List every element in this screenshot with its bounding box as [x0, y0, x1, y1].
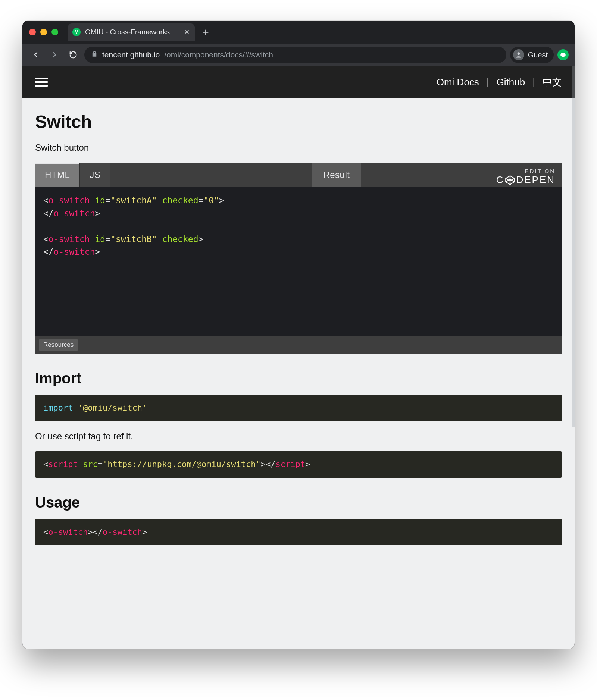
- browser-window: M OMIU - Cross-Frameworks UI F ✕ ＋ tence…: [22, 21, 575, 649]
- app-header: Omi Docs | Github | 中文: [22, 66, 575, 98]
- reload-button[interactable]: [66, 47, 81, 62]
- tab-favicon-icon: M: [72, 28, 81, 36]
- header-links: Omi Docs | Github | 中文: [437, 76, 562, 89]
- profile-chip[interactable]: Guest: [510, 47, 554, 63]
- codepen-edit-on-label: EDIT ON: [525, 168, 555, 174]
- codepen-logo[interactable]: C DEPEN: [496, 174, 555, 186]
- address-bar[interactable]: tencent.github.io/omi/components/docs/#/…: [84, 47, 506, 63]
- lock-icon: [91, 50, 98, 59]
- close-window-button[interactable]: [29, 29, 36, 35]
- section-import-heading: Import: [35, 370, 562, 387]
- codepen-embed: HTML JS Result EDIT ON C DEPEN: [35, 163, 562, 354]
- separator-icon: |: [487, 76, 489, 88]
- forward-button[interactable]: [47, 47, 62, 62]
- profile-label: Guest: [528, 51, 548, 59]
- header-link-omi-docs[interactable]: Omi Docs: [437, 76, 479, 88]
- header-link-chinese[interactable]: 中文: [543, 76, 562, 89]
- svg-marker-1: [560, 52, 565, 57]
- doc-content: Switch Switch button HTML JS Result EDIT…: [22, 98, 575, 560]
- browser-tab[interactable]: M OMIU - Cross-Frameworks UI F ✕: [68, 23, 195, 41]
- header-link-github[interactable]: Github: [497, 76, 525, 88]
- codepen-tab-result[interactable]: Result: [312, 163, 361, 187]
- window-controls: [29, 29, 58, 35]
- codepen-resources-button[interactable]: Resources: [39, 339, 78, 351]
- page-viewport: Omi Docs | Github | 中文 Switch Switch but…: [22, 66, 575, 649]
- codepen-cube-icon: [505, 175, 515, 185]
- code-import[interactable]: import '@omiu/switch': [35, 395, 562, 421]
- new-tab-button[interactable]: ＋: [199, 25, 213, 39]
- codepen-tabs: HTML JS Result EDIT ON C DEPEN: [35, 163, 562, 187]
- extension-badge-icon[interactable]: [557, 49, 569, 60]
- avatar-icon: [513, 49, 524, 60]
- tab-close-icon[interactable]: ✕: [184, 28, 190, 36]
- page-title: Switch: [35, 112, 562, 132]
- zoom-window-button[interactable]: [51, 29, 58, 35]
- code-usage[interactable]: <o-switch></o-switch>: [35, 519, 562, 546]
- tab-title: OMIU - Cross-Frameworks UI F: [85, 28, 179, 36]
- codepen-tab-js[interactable]: JS: [80, 163, 110, 187]
- back-button[interactable]: [28, 47, 43, 62]
- minimize-window-button[interactable]: [40, 29, 47, 35]
- scrollbar[interactable]: [572, 66, 575, 427]
- url-path: /omi/components/docs/#/switch: [164, 50, 273, 59]
- browser-tabstrip: M OMIU - Cross-Frameworks UI F ✕ ＋: [22, 21, 575, 44]
- separator-icon: |: [532, 76, 535, 88]
- codepen-footer: Resources: [35, 336, 562, 354]
- page-subtitle: Switch button: [35, 142, 562, 153]
- browser-toolbar: tencent.github.io/omi/components/docs/#/…: [22, 44, 575, 66]
- menu-button[interactable]: [35, 78, 48, 87]
- svg-point-0: [517, 52, 520, 55]
- script-note: Or use script tag to ref it.: [35, 431, 562, 442]
- url-host: tencent.github.io: [102, 50, 160, 59]
- code-script-tag[interactable]: <script src="https://unpkg.com/@omiu/swi…: [35, 451, 562, 478]
- section-usage-heading: Usage: [35, 494, 562, 511]
- codepen-tab-html[interactable]: HTML: [35, 163, 80, 187]
- codepen-code-editor[interactable]: <o-switch id="switchA" checked="0"> </o-…: [35, 187, 562, 336]
